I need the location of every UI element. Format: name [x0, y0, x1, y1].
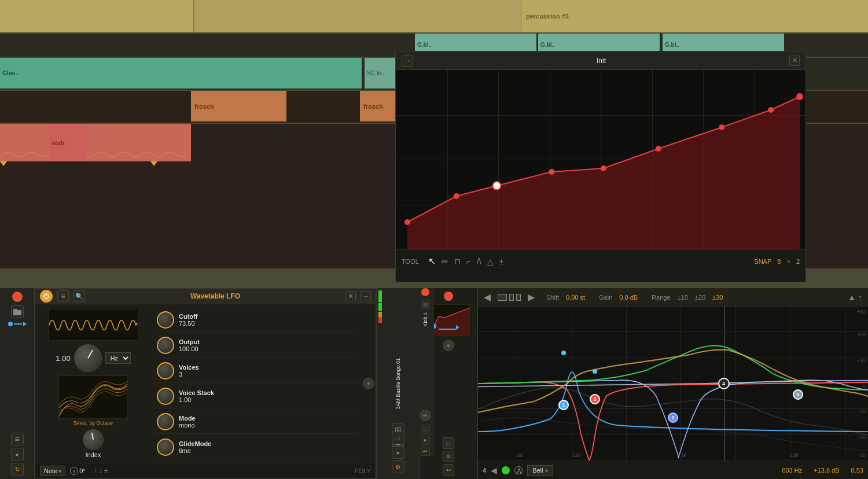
clip[interactable]: frosch	[191, 91, 286, 121]
glidemode-knob[interactable]	[157, 439, 174, 456]
rate-knob[interactable]	[74, 344, 102, 372]
tool-saw-up[interactable]: /\	[477, 257, 481, 266]
kick-power[interactable]	[421, 288, 429, 296]
note-select[interactable]: Note ▾	[40, 466, 65, 476]
plus-minus-btn[interactable]: ±	[104, 467, 108, 475]
add-param-button[interactable]: +	[363, 378, 374, 389]
eq-band-3-dot2	[593, 369, 597, 374]
eq-band-5[interactable]: 5	[793, 389, 803, 400]
mode-knob[interactable]	[157, 413, 174, 430]
index-knob[interactable]	[83, 429, 104, 450]
route-button[interactable]	[8, 322, 27, 326]
svg-point-13	[768, 107, 774, 113]
track-row-1: percussion #3	[0, 0, 868, 32]
daw-background: percussion #3 G.bl.. G.bl.. G.bl.. Glue.…	[0, 0, 868, 479]
menu-icon[interactable]: ≡	[11, 433, 24, 445]
env-mono[interactable]: □	[443, 437, 454, 449]
tool-cursor[interactable]: ↖	[428, 256, 436, 267]
tool-pencil[interactable]: ✏	[442, 257, 448, 266]
svg-marker-5	[407, 97, 800, 249]
output-value: 100.00	[179, 345, 356, 352]
eq-display: 1 2 3 4 5 20 100 1k 10k +30 +20 +10	[478, 307, 868, 460]
search-btn[interactable]: 🔍	[73, 290, 85, 302]
eq-band-1[interactable]: 1	[558, 400, 569, 410]
lfo-panel: ≡ 🔍 Wavetable LFO ✕ → 1.0	[35, 288, 376, 479]
record-icon[interactable]: ●	[392, 446, 404, 459]
env-close-btn[interactable]: ✕	[789, 56, 800, 66]
voices-name: Voices	[179, 364, 356, 371]
close-btn[interactable]: ✕	[345, 291, 356, 301]
kick-label: Kick 1	[422, 312, 428, 327]
settings-icon2[interactable]: ⚙	[392, 460, 404, 473]
settings-icon[interactable]: ↻	[11, 463, 24, 476]
svg-point-6	[404, 219, 410, 225]
range-label: Range	[652, 294, 670, 301]
menu-btn[interactable]: ≡	[57, 290, 69, 302]
env-extra[interactable]: ↩	[443, 464, 454, 476]
eq-band-4[interactable]: 4	[718, 378, 730, 389]
expand-btn[interactable]: →	[361, 291, 371, 301]
eq-next-arrow[interactable]: ▶	[528, 292, 535, 303]
waveform-svg	[49, 309, 138, 341]
wavetable-svg	[59, 376, 128, 419]
tool-rect[interactable]: ⊓	[454, 257, 461, 266]
lfo-power[interactable]	[40, 290, 53, 303]
folder-icon[interactable]	[11, 305, 24, 318]
snap-value: 8	[777, 258, 781, 265]
marker[interactable]	[0, 161, 7, 166]
cutoff-knob[interactable]	[157, 311, 174, 329]
range-10[interactable]: ±10	[678, 294, 688, 301]
kick-btn3[interactable]: ↩	[421, 447, 430, 456]
band-power[interactable]	[502, 466, 510, 474]
tool-bracket[interactable]: ⌐	[466, 257, 471, 266]
env-power[interactable]	[444, 292, 453, 301]
clip[interactable]: Glue..	[0, 58, 362, 89]
power-button[interactable]	[12, 292, 23, 302]
kick-bottom-btns: □ ● ↩	[421, 425, 430, 456]
add-env-button[interactable]: +	[443, 340, 454, 351]
mono-icon[interactable]: □	[392, 432, 404, 444]
env-editor-display	[396, 70, 806, 249]
mode-name: Mode	[179, 415, 356, 422]
voicestack-knob[interactable]	[157, 388, 174, 405]
degree-circle[interactable]: ø	[70, 467, 78, 475]
eq-band-2[interactable]: 2	[590, 394, 600, 404]
down-arrow[interactable]: ↓	[99, 467, 102, 475]
clip[interactable]: percussion #3	[521, 0, 868, 32]
eq-band-3[interactable]: 3	[668, 412, 678, 423]
kick-btn2[interactable]: ●	[421, 436, 430, 445]
wavetable-container: Sines, by Octave	[58, 375, 128, 426]
output-knob[interactable]	[157, 337, 174, 354]
band-prev[interactable]: ◀	[491, 466, 497, 475]
kick-add-btn[interactable]: +	[420, 410, 431, 421]
band-type-select[interactable]: Bell ▾	[527, 465, 553, 476]
up-arrow[interactable]: ↑	[94, 467, 97, 475]
record-icon[interactable]: ●	[11, 448, 24, 460]
range-20[interactable]: ±20	[695, 294, 705, 301]
env-pin-btn[interactable]: →	[402, 55, 413, 67]
clip[interactable]: stab	[49, 124, 87, 161]
eq-prev-arrow[interactable]: ◀	[484, 292, 491, 303]
svg-point-10	[601, 165, 606, 171]
waveform-visual	[2, 149, 187, 160]
kick-folder[interactable]: ⊟	[421, 300, 430, 309]
voices-knob[interactable]	[157, 362, 174, 379]
tool-triangle[interactable]: △	[487, 257, 494, 266]
marker[interactable]	[150, 161, 157, 166]
tool-plusminus[interactable]: ±	[499, 257, 504, 266]
mode-info: Mode mono	[179, 415, 356, 429]
range-30[interactable]: ±30	[712, 294, 723, 301]
eq-down-arrow[interactable]: ↑	[858, 293, 862, 302]
hz-select[interactable]: Hz	[105, 352, 131, 364]
clip[interactable]	[0, 0, 194, 32]
eq-band-icon	[498, 294, 507, 301]
kick-btn1[interactable]: □	[421, 425, 430, 434]
dropdown-arrow: ▾	[58, 468, 61, 474]
env-settings[interactable]: ⚙	[443, 451, 454, 462]
clip[interactable]	[0, 124, 191, 161]
eq-panel: ◀ ▶ Shift 0.00 st Gain 0.0 dB Range ±10 …	[477, 288, 868, 479]
transport-controls: ↑ ↓ ±	[94, 467, 108, 475]
band-shape-circle	[514, 466, 523, 474]
eq-up-arrow[interactable]: ▲	[848, 293, 856, 302]
power-icon	[43, 293, 49, 299]
